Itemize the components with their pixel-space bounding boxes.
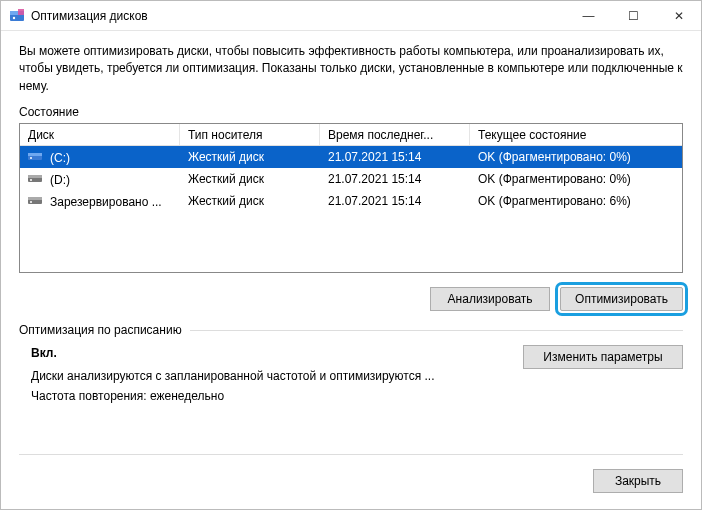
cell-time: 21.07.2021 15:14 <box>320 172 470 186</box>
schedule-line-1: Диски анализируются с запланированной ча… <box>31 366 511 386</box>
cell-media: Жесткий диск <box>180 194 320 208</box>
list-body: (C:)Жесткий диск21.07.2021 15:14OK (Фраг… <box>20 146 682 212</box>
drive-icon <box>28 172 44 184</box>
analyze-button[interactable]: Анализировать <box>430 287 550 311</box>
close-icon: ✕ <box>674 9 684 23</box>
table-row[interactable]: (C:)Жесткий диск21.07.2021 15:14OK (Фраг… <box>20 146 682 168</box>
window-title: Оптимизация дисков <box>31 9 566 23</box>
col-header-status[interactable]: Текущее состояние <box>470 124 682 145</box>
maximize-button[interactable]: ☐ <box>611 1 656 30</box>
svg-point-9 <box>30 179 32 181</box>
drive-list[interactable]: Диск Тип носителя Время последнег... Тек… <box>19 123 683 273</box>
content-area: Вы можете оптимизировать диски, чтобы по… <box>1 31 701 455</box>
divider <box>190 330 683 331</box>
svg-rect-3 <box>18 9 24 15</box>
cell-status: OK (Фрагментировано: 6%) <box>470 194 682 208</box>
schedule-section: Оптимизация по расписанию Вкл. Диски ана… <box>19 315 683 406</box>
schedule-line-2: Частота повторения: еженедельно <box>31 386 511 406</box>
table-row[interactable]: Зарезервировано ...Жесткий диск21.07.202… <box>20 190 682 212</box>
cell-disk: (C:) <box>50 151 70 165</box>
cell-disk: Зарезервировано ... <box>50 195 162 209</box>
cell-media: Жесткий диск <box>180 150 320 164</box>
cell-disk: (D:) <box>50 173 70 187</box>
svg-rect-11 <box>28 197 42 200</box>
col-header-media[interactable]: Тип носителя <box>180 124 320 145</box>
titlebar: Оптимизация дисков — ☐ ✕ <box>1 1 701 31</box>
svg-point-6 <box>30 157 32 159</box>
cell-status: OK (Фрагментировано: 0%) <box>470 172 682 186</box>
cell-time: 21.07.2021 15:14 <box>320 194 470 208</box>
table-row[interactable]: (D:)Жесткий диск21.07.2021 15:14OK (Фраг… <box>20 168 682 190</box>
svg-rect-5 <box>28 153 42 156</box>
minimize-icon: — <box>583 9 595 23</box>
svg-rect-8 <box>28 175 42 178</box>
col-header-time[interactable]: Время последнег... <box>320 124 470 145</box>
cell-status: OK (Фрагментировано: 0%) <box>470 150 682 164</box>
minimize-button[interactable]: — <box>566 1 611 30</box>
cell-time: 21.07.2021 15:14 <box>320 150 470 164</box>
drive-icon <box>28 150 44 162</box>
footer: Закрыть <box>1 455 701 509</box>
maximize-icon: ☐ <box>628 9 639 23</box>
schedule-heading: Оптимизация по расписанию <box>19 323 182 337</box>
change-settings-button[interactable]: Изменить параметры <box>523 345 683 369</box>
app-icon <box>9 8 25 24</box>
cell-media: Жесткий диск <box>180 172 320 186</box>
window: Оптимизация дисков — ☐ ✕ Вы можете оптим… <box>0 0 702 510</box>
close-button[interactable]: Закрыть <box>593 469 683 493</box>
svg-point-12 <box>30 201 32 203</box>
optimize-button[interactable]: Оптимизировать <box>560 287 683 311</box>
list-actions: Анализировать Оптимизировать <box>19 287 683 311</box>
close-window-button[interactable]: ✕ <box>656 1 701 30</box>
list-header: Диск Тип носителя Время последнег... Тек… <box>20 124 682 146</box>
col-header-disk[interactable]: Диск <box>20 124 180 145</box>
status-section-label: Состояние <box>19 105 683 119</box>
svg-point-2 <box>13 16 15 18</box>
drive-icon <box>28 194 44 206</box>
description-text: Вы можете оптимизировать диски, чтобы по… <box>19 43 683 95</box>
schedule-on-label: Вкл. <box>31 343 511 363</box>
